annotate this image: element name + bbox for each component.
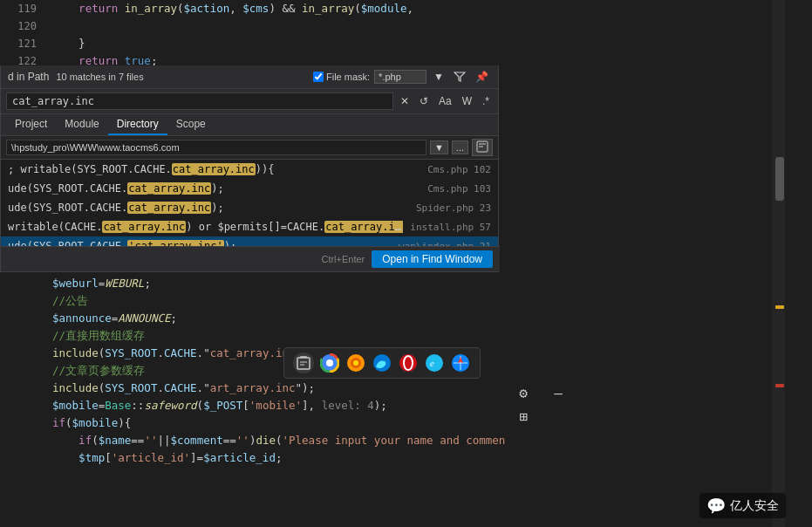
pin-icon-btn[interactable]: 📌	[473, 70, 491, 84]
scroll-thumb[interactable]	[775, 157, 784, 201]
result-row-3-text: ude(SYS_ROOT.CACHE.cat_array.inc);	[8, 202, 409, 214]
right-code-area: ⚙ — ⊞	[506, 0, 785, 527]
whole-word-btn[interactable]: W	[459, 93, 475, 109]
line-num-121: 121	[0, 35, 44, 52]
match-case-btn[interactable]: Aa	[435, 93, 455, 109]
path-row: ▼ ...	[1, 136, 498, 160]
browser-icon-firefox[interactable]	[345, 352, 366, 373]
result-row-3-file: Spider.php 23	[416, 202, 491, 214]
code-below-line-8: $mobile=Base::safeword($_POST['mobile'],…	[52, 397, 497, 414]
result-row-2-text: ude(SYS_ROOT.CACHE.cat_array.inc);	[8, 182, 420, 195]
watermark-text: 亿人安全	[730, 498, 779, 514]
code-below-line-2: //公告	[52, 292, 497, 310]
svg-point-4	[327, 360, 333, 366]
watermark: 💬 亿人安全	[699, 493, 786, 518]
regex-btn[interactable]: .*	[479, 93, 493, 109]
result-row-1-text: ; writable(SYS_ROOT.CACHE.cat_array.inc)…	[8, 163, 420, 175]
watermark-icon: 💬	[706, 496, 726, 515]
file-mask-input[interactable]	[374, 70, 426, 84]
code-below-line-4: //直接用数组缓存	[52, 327, 497, 345]
tab-scope[interactable]: Scope	[167, 114, 215, 135]
tab-module[interactable]: Module	[56, 114, 107, 135]
browser-icon-opera[interactable]	[398, 352, 419, 373]
result-row-4-text: writable(CACHE.cat_array.inc) or $permit…	[8, 220, 403, 235]
search-history-btn[interactable]: ↺	[416, 93, 432, 109]
svg-point-11	[426, 354, 443, 372]
result-row-1-file: Cms.php 102	[427, 164, 491, 175]
result-row-2-file: Cms.php 103	[427, 183, 491, 195]
code-below-line-1: $weburl=WEBURL;	[52, 275, 497, 292]
tab-directory[interactable]: Directory	[108, 114, 167, 135]
file-mask-dropdown-btn[interactable]: ▼	[431, 70, 447, 84]
browser-icon-ie[interactable]: e	[424, 352, 445, 373]
find-in-path-panel: d in Path 10 matches in 7 files File mas…	[0, 65, 499, 272]
search-input-row: ✕ ↺ Aa W .*	[1, 89, 498, 114]
code-below-line-10: if($name==''||$comment=='')die('Please i…	[52, 432, 497, 449]
line-num-120: 120	[0, 17, 44, 35]
grid-icon-area[interactable]: ⊞	[506, 403, 541, 429]
svg-point-7	[353, 360, 358, 366]
browser-icon-clipboard[interactable]	[293, 352, 314, 373]
browser-icon-chrome[interactable]	[319, 352, 340, 373]
find-panel-title: d in Path	[8, 71, 49, 83]
code-below-line-11: $tmp['article_id']=$article_id;	[52, 449, 497, 467]
result-row-1[interactable]: ; writable(SYS_ROOT.CACHE.cat_array.inc)…	[1, 160, 498, 179]
svg-text:e: e	[430, 358, 434, 368]
open-in-find-window-btn[interactable]: Open in Find Window	[372, 250, 493, 268]
search-tabs-row: Project Module Directory Scope	[1, 114, 498, 136]
search-input[interactable]	[6, 92, 393, 110]
browser-icon-edge[interactable]	[372, 352, 392, 373]
path-dropdown-btn[interactable]: ▼	[430, 140, 448, 154]
editor-area: 119 120 121 122 123 return in_array($act…	[0, 0, 812, 527]
find-matches-count: 10 matches in 7 files	[56, 72, 143, 82]
minimize-area[interactable]: —	[541, 380, 576, 406]
file-mask-checkbox-label[interactable]: File mask:	[313, 72, 370, 82]
settings-area[interactable]: ⚙	[506, 380, 541, 406]
result-row-4[interactable]: writable(CACHE.cat_array.inc) or $permit…	[1, 217, 498, 236]
path-action-btn[interactable]	[472, 139, 493, 156]
right-gutter	[772, 0, 785, 527]
directory-path-input[interactable]	[6, 140, 426, 155]
svg-rect-1	[297, 358, 310, 369]
find-header: d in Path 10 matches in 7 files File mas…	[1, 65, 498, 89]
clear-search-btn[interactable]: ✕	[397, 93, 413, 109]
gutter-mark-red	[775, 384, 784, 387]
gutter-mark-yellow	[775, 305, 784, 309]
keyboard-hint: Ctrl+Enter	[321, 254, 365, 264]
result-row-3[interactable]: ude(SYS_ROOT.CACHE.cat_array.inc); Spide…	[1, 198, 498, 217]
browser-icons-bar: e	[283, 347, 481, 379]
find-panel-bottom-bar: Ctrl+Enter Open in Find Window	[1, 246, 500, 271]
browser-icon-safari[interactable]	[450, 352, 471, 373]
find-header-right: File mask: ▼ 📌	[313, 70, 491, 84]
path-browse-btn[interactable]: ...	[452, 140, 468, 154]
result-row-2[interactable]: ude(SYS_ROOT.CACHE.cat_array.inc); Cms.p…	[1, 179, 498, 198]
tab-project[interactable]: Project	[6, 114, 56, 135]
code-below-line-9: if($mobile){	[52, 414, 497, 432]
result-row-4-file: install.php 57	[410, 222, 491, 233]
code-below-line-7: include(SYS_ROOT.CACHE."art_array.inc");	[52, 380, 497, 397]
filter-icon-btn[interactable]	[451, 70, 468, 84]
line-num-119: 119	[0, 0, 44, 17]
code-below-line-3: $announce=ANNOUNCE;	[52, 310, 497, 327]
file-mask-checkbox[interactable]	[313, 72, 324, 82]
